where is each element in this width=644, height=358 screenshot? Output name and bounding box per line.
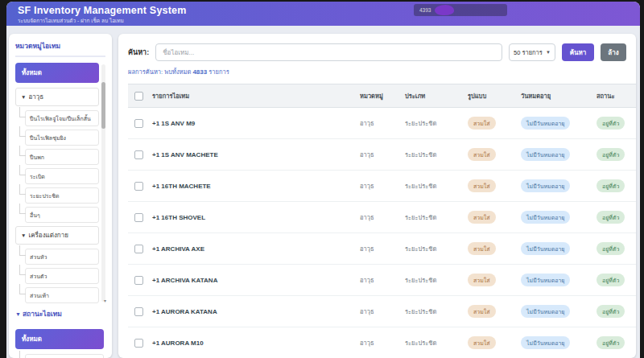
- category-all[interactable]: ทั้งหมด: [15, 63, 99, 83]
- column-header-category: หมวดหมู่: [357, 84, 402, 108]
- expiry-badge: ไม่มีวันหมดอายุ: [521, 211, 570, 224]
- app-title: SF Inventory Management System: [18, 5, 629, 16]
- category-list: ทั้งหมด ▼อาวุธ ปืนไรเฟิลจู่โจม/ปืนเล็กสั…: [15, 63, 105, 303]
- search-input[interactable]: [155, 43, 502, 61]
- search-button[interactable]: ค้นหา: [562, 43, 594, 61]
- status-badge: อยู่ที่ตัว: [597, 117, 625, 130]
- expiry-badge: ไม่มีวันหมดอายุ: [521, 274, 570, 286]
- item-name: +1 16TH SHOVEL: [149, 202, 357, 233]
- app-header: SF Inventory Management System ระบบจัดกา…: [6, 2, 640, 26]
- category-group-clothing[interactable]: ▼เครื่องแต่งกาย: [15, 226, 99, 245]
- status-item-usable-only[interactable]: ใช้งานได้เท่านั้น: [25, 354, 104, 358]
- column-header-name: รายการไอเทม: [149, 84, 357, 108]
- category-item-body[interactable]: ส่วนตัว: [25, 268, 99, 284]
- expiry-badge: ไม่มีวันหมดอายุ: [521, 336, 570, 349]
- row-checkbox[interactable]: [134, 245, 143, 253]
- item-type: ระยะประชิด: [402, 139, 464, 171]
- table-header-row: รายการไอเทม หมวดหมู่ ประเภท รูปแบบ วันหม…: [128, 84, 636, 108]
- expiry-badge: ไม่มีวันหมดอายุ: [521, 148, 570, 161]
- row-checkbox[interactable]: [134, 119, 143, 128]
- category-group-label: อาวุธ: [28, 93, 43, 101]
- category-item-assault-rifle[interactable]: ปืนไรเฟิลจู่โจม/ปืนเล็กสั้น: [25, 110, 99, 126]
- row-checkbox[interactable]: [134, 276, 143, 285]
- row-checkbox[interactable]: [134, 182, 143, 191]
- results-summary: ผลการค้นหา: พบทั้งหมด 4833 รายการ: [128, 67, 626, 76]
- item-category: อาวุธ: [357, 139, 402, 171]
- column-header-style: รูปแบบ: [464, 84, 518, 108]
- sidebar-scrollbar[interactable]: ▾: [101, 64, 105, 302]
- category-section-heading: หมวดหมู่ไอเทม: [15, 40, 105, 57]
- search-toolbar: ค้นหา: 50 รายการ ▼ ค้นหา ล้าง: [128, 43, 626, 61]
- row-checkbox[interactable]: [134, 307, 143, 316]
- clear-button[interactable]: ล้าง: [601, 43, 626, 61]
- page-size-value: 50 รายการ: [514, 47, 543, 57]
- table-row: +1 16TH SHOVEL อาวุธ ระยะประชิด สวมใส่ ไ…: [128, 202, 636, 233]
- table-row: +1 16TH MACHETE อาวุธ ระยะประชิด สวมใส่ …: [128, 171, 636, 202]
- item-category: อาวุธ: [357, 233, 402, 265]
- item-name: +1 1S ANV MACHETE: [149, 139, 357, 171]
- results-suffix: รายการ: [208, 68, 229, 76]
- item-name: +1 AURORA M10: [149, 327, 357, 358]
- category-item-other[interactable]: อื่นๆ: [25, 207, 99, 223]
- chevron-down-icon: ▼: [21, 232, 26, 238]
- scroll-down-icon[interactable]: ▾: [104, 298, 106, 303]
- item-name: +1 16TH MACHETE: [149, 171, 357, 202]
- item-category: อาวุธ: [357, 171, 402, 202]
- style-badge: สวมใส่: [468, 305, 496, 318]
- status-list: ทั้งหมด ใช้งานได้เท่านั้น ฝากแล้วเท่านั้…: [15, 329, 105, 358]
- status-section-heading: สถานะไอเทม: [15, 308, 105, 323]
- chevron-down-icon: ▼: [546, 50, 551, 55]
- category-group-weapons[interactable]: ▼อาวุธ: [15, 88, 99, 106]
- item-type: ระยะประชิด: [402, 171, 464, 202]
- item-type: ระยะประชิด: [402, 327, 464, 358]
- item-name: +1 AURORA KATANA: [149, 296, 357, 327]
- status-badge: อยู่ที่ตัว: [597, 148, 625, 161]
- expiry-badge: ไม่มีวันหมดอายุ: [521, 179, 570, 192]
- column-header-expiry: วันหมดอายุ: [518, 84, 593, 108]
- search-label: ค้นหา:: [128, 47, 149, 58]
- category-item-melee[interactable]: ระยะประชิด: [25, 187, 99, 204]
- expiry-badge: ไม่มีวันหมดอายุ: [521, 305, 570, 318]
- category-item-explosive[interactable]: ระเบิด: [25, 168, 99, 184]
- row-checkbox[interactable]: [134, 150, 143, 159]
- item-type: ระยะประชิด: [402, 108, 464, 139]
- results-count: 4833: [192, 68, 207, 76]
- status-badge: อยู่ที่ตัว: [597, 179, 625, 192]
- style-badge: สวมใส่: [468, 117, 496, 130]
- style-badge: สวมใส่: [468, 148, 496, 161]
- row-checkbox[interactable]: [134, 339, 143, 348]
- select-all-checkbox[interactable]: [134, 92, 143, 101]
- style-badge: สวมใส่: [468, 274, 496, 286]
- category-item-feet[interactable]: ส่วนเท้า: [25, 287, 99, 303]
- scrollbar-thumb[interactable]: [101, 82, 105, 129]
- item-category: อาวุธ: [357, 265, 402, 296]
- item-category: อาวุธ: [357, 202, 402, 233]
- style-badge: สวมใส่: [468, 242, 496, 255]
- column-header-type: ประเภท: [402, 84, 464, 108]
- status-badge: อยู่ที่ตัว: [597, 305, 625, 318]
- status-badge: อยู่ที่ตัว: [597, 336, 625, 349]
- status-badge: อยู่ที่ตัว: [597, 274, 625, 286]
- table-row: +1 AURORA KATANA อาวุธ ระยะประชิด สวมใส่…: [128, 296, 636, 327]
- column-header-status: สถานะ: [593, 84, 636, 108]
- item-category: อาวุธ: [357, 327, 402, 358]
- chevron-down-icon: ▼: [21, 94, 26, 100]
- expiry-badge: ไม่มีวันหมดอายุ: [521, 117, 570, 130]
- item-type: ระยะประชิด: [402, 265, 464, 296]
- item-name: +1 1S ANV M9: [149, 108, 357, 139]
- results-prefix: ผลการค้นหา: พบทั้งหมด: [128, 68, 191, 76]
- sidebar: หมวดหมู่ไอเทม ทั้งหมด ▼อาวุธ ปืนไรเฟิลจู…: [9, 34, 112, 358]
- item-type: ระยะประชิด: [402, 202, 464, 233]
- category-item-pistol[interactable]: ปืนพก: [25, 149, 99, 165]
- status-all[interactable]: ทั้งหมด: [15, 329, 104, 349]
- item-name: +1 ARCHIVA AXE: [149, 233, 357, 265]
- item-category: อาวุธ: [357, 296, 402, 327]
- category-item-head[interactable]: ส่วนหัว: [25, 249, 99, 265]
- category-item-sniper[interactable]: ปืนไรเฟิลซุ่มยิง: [25, 130, 99, 146]
- items-table: รายการไอเทม หมวดหมู่ ประเภท รูปแบบ วันหม…: [128, 84, 636, 358]
- table-row: +1 1S ANV MACHETE อาวุธ ระยะประชิด สวมใส…: [128, 139, 636, 171]
- row-checkbox[interactable]: [134, 213, 143, 222]
- style-badge: สวมใส่: [468, 211, 496, 224]
- cursor-blob-icon: [435, 5, 454, 15]
- page-size-select[interactable]: 50 รายการ ▼: [509, 43, 555, 61]
